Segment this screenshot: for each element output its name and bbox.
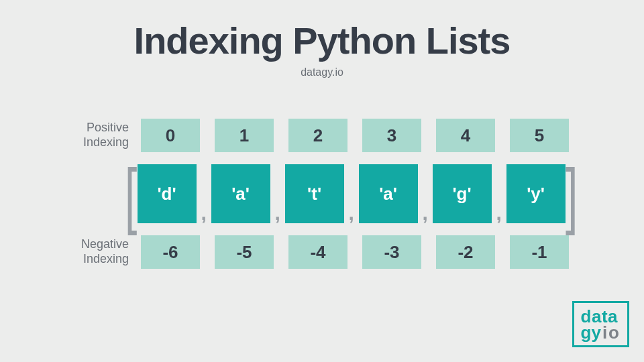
positive-index-row: Positive Indexing 0 1 2 3 4 5 <box>47 119 597 152</box>
positive-label: Positive Indexing <box>47 121 141 149</box>
comma-separator: , <box>344 203 359 223</box>
positive-index-cell: 2 <box>288 119 347 152</box>
subtitle: datagy.io <box>0 66 644 78</box>
comma-separator: , <box>418 203 433 223</box>
negative-index-cells: -6 -5 -4 -3 -2 -1 <box>141 235 569 269</box>
list-value-cell: 'a' <box>211 164 270 223</box>
bracket-right-icon: ] <box>566 168 578 220</box>
negative-label-line2: Indexing <box>83 252 129 265</box>
negative-label-line1: Negative <box>81 237 129 251</box>
negative-index-cell: -5 <box>215 235 274 269</box>
comma-separator: , <box>197 203 211 223</box>
list-value-cell: 'a' <box>359 164 418 223</box>
list-value-cell: 'd' <box>138 164 197 223</box>
positive-index-cell: 3 <box>362 119 421 152</box>
list-values-row: [ 'd' , 'a' , 't' , 'a' , 'g' , 'y' ] <box>47 164 597 223</box>
list-value-cell: 'y' <box>506 164 566 223</box>
logo-line2: gyio <box>581 324 621 341</box>
datagy-logo: data gyio <box>572 301 629 347</box>
negative-index-row: Negative Indexing -6 -5 -4 -3 -2 -1 <box>47 235 597 269</box>
list-value-cells: 'd' , 'a' , 't' , 'a' , 'g' , 'y' <box>138 164 566 223</box>
bracket-left-icon: [ <box>125 168 137 220</box>
positive-index-cell: 5 <box>510 119 569 152</box>
comma-separator: , <box>492 203 506 223</box>
negative-index-cell: -4 <box>288 235 347 269</box>
positive-index-cell: 0 <box>141 119 200 152</box>
negative-index-cell: -2 <box>436 235 495 269</box>
positive-index-cell: 1 <box>215 119 274 152</box>
logo-io: io <box>602 322 621 343</box>
negative-index-cell: -1 <box>510 235 569 269</box>
positive-index-cells: 0 1 2 3 4 5 <box>141 119 569 152</box>
positive-label-line2: Indexing <box>83 135 129 149</box>
indexing-diagram: Positive Indexing 0 1 2 3 4 5 [ 'd' , 'a… <box>47 119 597 269</box>
logo-gy: gy <box>581 322 601 343</box>
list-value-cell: 't' <box>285 164 344 223</box>
list-value-cell: 'g' <box>433 164 492 223</box>
page-title: Indexing Python Lists <box>0 0 644 62</box>
positive-index-cell: 4 <box>436 119 495 152</box>
comma-separator: , <box>270 203 285 223</box>
negative-index-cell: -3 <box>362 235 421 269</box>
negative-label: Negative Indexing <box>47 237 141 266</box>
positive-label-line1: Positive <box>87 121 129 134</box>
negative-index-cell: -6 <box>141 235 200 269</box>
